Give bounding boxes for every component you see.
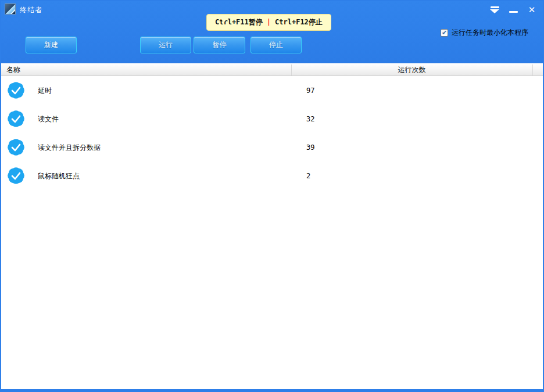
task-badge-check-icon (7, 110, 25, 128)
task-row[interactable]: 延时 97 (1, 76, 543, 105)
minimize-bar-shape (509, 11, 518, 13)
task-badge-check-icon (7, 138, 25, 156)
checkbox-label: 运行任务时最小化本程序 (452, 28, 528, 38)
minimize-icon[interactable] (507, 4, 520, 16)
column-divider (291, 64, 292, 75)
window-title: 终结者 (20, 5, 42, 15)
chevron-down-icon (490, 9, 499, 13)
task-row[interactable]: 读文件并且拆分数据 39 (1, 133, 543, 161)
skin-menu-icon[interactable] (488, 4, 501, 16)
checkbox-icon[interactable]: ✔ (441, 29, 448, 37)
titlebar-toolbar: 终结者 ✕ Ctrl+F11暂停|Ctrl+F12停止 ✔ 运行任务时最小化本程… (1, 1, 543, 63)
task-name: 读文件并且拆分数据 (38, 142, 101, 152)
app-logo-icon (5, 3, 16, 15)
window-controls: ✕ (488, 3, 538, 16)
run-button[interactable]: 运行 (140, 37, 191, 53)
task-row[interactable]: 读文件 32 (1, 105, 543, 133)
new-button[interactable]: 新建 (26, 37, 77, 53)
table-header: 名称 运行次数 (1, 63, 543, 76)
close-icon[interactable]: ✕ (525, 4, 538, 16)
task-run-count: 2 (306, 172, 310, 180)
task-name: 读文件 (38, 114, 59, 124)
app-window: 终结者 ✕ Ctrl+F11暂停|Ctrl+F12停止 ✔ 运行任务时最小化本程… (0, 0, 544, 392)
task-name: 鼠标随机狂点 (38, 171, 80, 181)
task-list: 延时 97 读文件 32 读文件并且拆分数据 39 鼠标随机狂点 (1, 76, 543, 190)
task-badge-check-icon (7, 167, 25, 185)
column-divider (532, 64, 533, 75)
menu-bar-shape (491, 6, 499, 8)
task-run-count: 97 (306, 87, 314, 95)
task-name: 延时 (38, 85, 52, 95)
column-header-name[interactable]: 名称 (6, 63, 20, 76)
column-header-count[interactable]: 运行次数 (291, 63, 532, 76)
task-run-count: 32 (306, 115, 314, 123)
hotkey-stop-text: Ctrl+F12停止 (275, 18, 323, 26)
pause-button[interactable]: 暂停 (194, 37, 245, 53)
task-row[interactable]: 鼠标随机狂点 2 (1, 161, 543, 190)
tooltip-pointer-stop (260, 17, 269, 23)
task-badge-check-icon (7, 81, 25, 99)
task-run-count: 39 (306, 143, 314, 152)
stop-button[interactable]: 停止 (250, 37, 302, 53)
minimize-on-run-option[interactable]: ✔ 运行任务时最小化本程序 (441, 28, 528, 38)
tooltip-pointer-pause (220, 17, 228, 23)
